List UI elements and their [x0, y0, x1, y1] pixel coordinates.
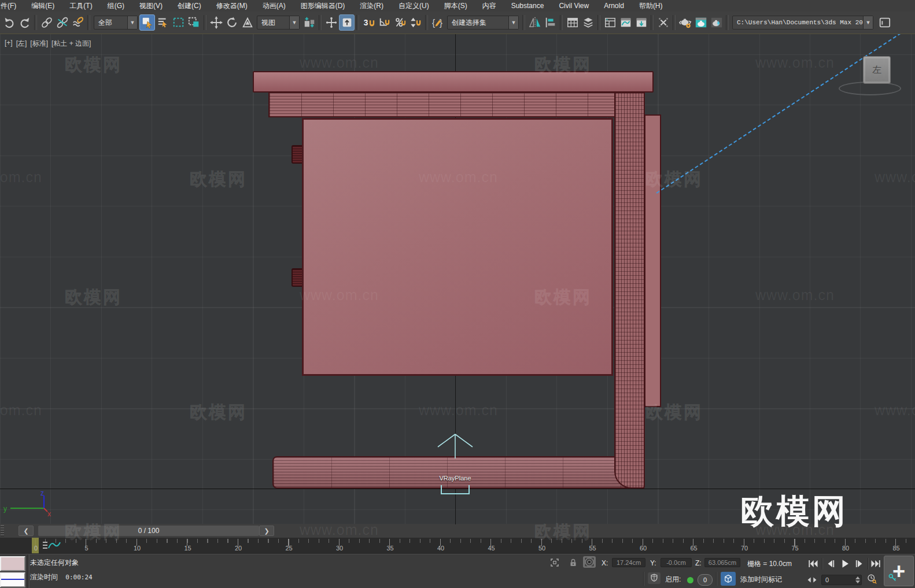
absolute-mode-toggle[interactable]	[583, 556, 596, 568]
axis-y-label: y	[3, 505, 7, 513]
viewport-canvas[interactable]: [+] [左] [标准] [粘土 + 边面] VRayPlane 左 y z x	[0, 34, 915, 526]
ruler-tick-60: 60	[640, 545, 647, 552]
toggle-scene-explorer-button[interactable]	[565, 14, 580, 31]
viewcube[interactable]: 左	[863, 56, 891, 84]
menu-item-2[interactable]: 工具(T)	[62, 0, 99, 12]
menu-item-10[interactable]: 自定义(U)	[391, 0, 437, 12]
bind-to-space-warp-icon[interactable]	[70, 14, 86, 31]
mirror-button[interactable]	[527, 14, 543, 31]
named-selection-set-dropdown[interactable]: 创建选择集 ▼	[447, 16, 519, 29]
menu-item-4[interactable]: 视图(V)	[132, 0, 170, 12]
select-and-manipulate-button[interactable]	[323, 14, 339, 31]
clipped-toolbar-icon[interactable]	[876, 14, 892, 31]
menu-item-3[interactable]: 组(G)	[100, 0, 132, 12]
open-mini-curve-editor-button[interactable]	[40, 539, 62, 553]
mesh-bottom-shelf[interactable]	[272, 456, 644, 489]
key-mode-toggle[interactable]	[806, 574, 818, 586]
menu-item-16[interactable]: 帮助(H)	[632, 0, 670, 12]
toggle-layer-explorer-button[interactable]	[580, 14, 596, 31]
window-crossing-toggle[interactable]	[186, 14, 202, 31]
ruler-tick-55: 55	[589, 545, 596, 552]
add-time-tag-label[interactable]: 添加时间标记	[740, 575, 782, 585]
track-bar[interactable]: 0510152025303540455055606570758085	[0, 538, 915, 554]
use-pivot-toggle-active[interactable]	[339, 14, 355, 31]
toggle-ribbon-button[interactable]	[602, 14, 618, 31]
selection-lock-toggle[interactable]	[567, 557, 580, 568]
render-setup-button[interactable]	[693, 14, 709, 31]
scene-script-button[interactable]	[655, 14, 671, 31]
spinner-up-icon[interactable]	[855, 576, 860, 579]
mesh-desk-top[interactable]	[253, 71, 654, 93]
material-editor-button[interactable]	[677, 14, 693, 31]
schematic-view-button[interactable]	[633, 14, 649, 31]
next-frame-step-button[interactable]	[853, 557, 866, 570]
viewport-menu-general[interactable]: [+]	[5, 39, 13, 49]
play-button[interactable]	[838, 557, 852, 570]
select-and-scale-button[interactable]	[239, 14, 255, 31]
mesh-back-panel[interactable]	[302, 118, 613, 376]
menu-item-15[interactable]: Arnold	[596, 0, 632, 12]
time-configuration-button[interactable]	[865, 573, 878, 585]
set-key-button[interactable]: +	[884, 556, 914, 586]
menu-item-7[interactable]: 动画(A)	[255, 0, 293, 12]
menu-item-14[interactable]: Civil View	[551, 0, 596, 12]
viewport-menu-standard[interactable]: [标准]	[30, 39, 48, 49]
x-coordinate-field[interactable]: 17.24cm	[612, 558, 645, 567]
mesh-side-frame[interactable]	[614, 92, 645, 489]
viewport-menu-shading[interactable]: [粘土 + 边面]	[51, 39, 91, 49]
align-button[interactable]	[543, 14, 558, 31]
menu-item-8[interactable]: 图形编辑器(D)	[293, 0, 353, 12]
vrayplane-object-label[interactable]: VRayPlane	[419, 475, 491, 482]
project-folder-dropdown[interactable]: C:\Users\Han\Documents\3ds Max 2022 ▼	[732, 16, 873, 29]
selection-filter-dropdown[interactable]: 全部 ▼	[94, 16, 138, 29]
next-frame-button[interactable]: ❯	[259, 526, 274, 536]
snap-toggle-3d-button[interactable]: 3	[361, 14, 377, 31]
select-object-button[interactable]	[139, 14, 155, 31]
mesh-desk-apron[interactable]	[268, 92, 639, 117]
menu-item-5[interactable]: 创建(C)	[170, 0, 209, 12]
time-slider-handle[interactable]: 0 / 100	[38, 526, 259, 536]
go-to-end-button[interactable]	[869, 557, 883, 570]
maxscript-mini-recorder[interactable]	[0, 556, 25, 571]
menu-item-12[interactable]: 内容	[475, 0, 504, 12]
vrayplane-gizmo-icon[interactable]	[441, 485, 470, 494]
menu-item-11[interactable]: 脚本(S)	[437, 0, 475, 12]
toolbar-grip[interactable]	[1, 525, 4, 537]
menu-item-13[interactable]: Substance	[504, 0, 552, 12]
go-to-start-button[interactable]	[806, 557, 820, 570]
percent-snap-toggle-button[interactable]	[392, 14, 408, 31]
menu-item-0[interactable]: 文件(F)	[0, 0, 24, 12]
isolate-selection-toggle[interactable]	[548, 557, 561, 568]
adaptive-degradation-toggle[interactable]	[648, 572, 661, 584]
mesh-back-strip[interactable]	[644, 114, 661, 407]
menu-item-6[interactable]: 修改器(M)	[209, 0, 255, 12]
maxscript-mini-listener[interactable]	[0, 572, 25, 587]
menu-item-9[interactable]: 渲染(R)	[352, 0, 391, 12]
menu-item-1[interactable]: 编辑(E)	[24, 0, 62, 12]
rectangular-selection-region-button[interactable]	[171, 14, 186, 31]
redo-button[interactable]	[17, 14, 32, 31]
previous-frame-step-button[interactable]	[824, 557, 837, 570]
edit-named-selection-sets-button[interactable]: {}	[430, 14, 445, 31]
select-and-move-button[interactable]	[208, 14, 224, 31]
time-tag-cube-button[interactable]	[721, 572, 736, 586]
unlink-selection-icon[interactable]	[54, 14, 70, 31]
previous-frame-button[interactable]: ❮	[19, 526, 34, 536]
spinner-snap-toggle-button[interactable]	[408, 14, 423, 31]
curve-editor-button[interactable]	[618, 14, 633, 31]
undo-button[interactable]	[1, 14, 17, 31]
use-pivot-point-center-button[interactable]	[301, 14, 317, 31]
select-by-name-button[interactable]	[155, 14, 171, 31]
spinner-down-icon[interactable]	[855, 580, 860, 583]
render-production-button[interactable]	[709, 14, 724, 31]
frame-spinner[interactable]	[854, 575, 861, 585]
chevron-down-icon: ▼	[127, 16, 137, 29]
viewport-menu-pov[interactable]: [左]	[16, 39, 27, 49]
reference-coordinate-dropdown[interactable]: 视图 ▼	[257, 16, 300, 29]
counter-button[interactable]: 0	[698, 574, 713, 586]
select-and-rotate-button[interactable]	[224, 14, 239, 31]
z-coordinate-field[interactable]: 63.065cm	[704, 558, 740, 567]
angle-snap-toggle-button[interactable]	[377, 14, 392, 31]
y-coordinate-field[interactable]: -0.0cm	[661, 558, 692, 567]
select-and-link-icon[interactable]	[39, 14, 54, 31]
